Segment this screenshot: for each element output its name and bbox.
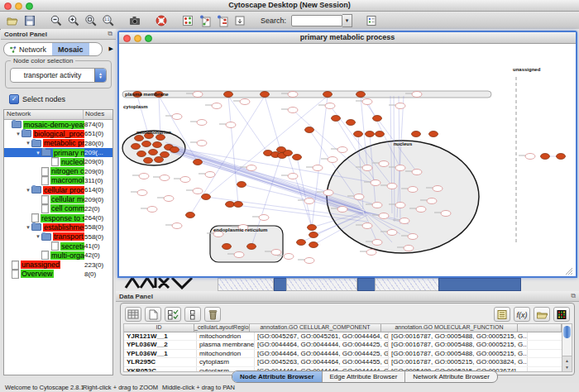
tree-row[interactable]: nitrogen compo209(0) [4,166,112,175]
scrollbar-arrows[interactable]: ▲▼ [562,356,572,371]
tree-row[interactable]: cell communicat22(0) [4,204,112,213]
file-icon [41,167,49,176]
node-color-dropdown-value: transporter activity [11,71,94,79]
heatmap-icon[interactable] [553,307,570,322]
unselect-attributes-icon[interactable] [184,307,201,322]
new-attribute-icon[interactable] [145,307,161,322]
node [170,147,179,153]
zoom-fit-icon[interactable]: 1:1 [101,13,116,27]
node-outline [416,207,426,213]
tab-mosaic[interactable]: Mosaic [52,43,89,55]
node-outline [337,147,347,153]
save-icon[interactable] [22,13,37,27]
search-input[interactable] [291,15,342,26]
table-row[interactable]: YLR295Ccytoplasm[GO:0045263, GO:0044464,… [124,358,562,366]
tree-row-count: 8(0) [84,270,112,278]
tree-row-count: 311(0) [84,177,112,184]
background-window-fragment [438,278,521,291]
create-view-icon[interactable] [198,13,213,27]
tree-row[interactable]: unassigned223(0) [4,260,112,269]
destroy-view-icon[interactable] [215,13,230,27]
float-panel-icon[interactable]: ⧉ [571,293,576,299]
delete-attribute-icon[interactable] [204,307,221,322]
table-row[interactable]: YJR121W__1mitochondrion[GO:0045267, GO:0… [124,332,562,341]
table-cell: YLR295C [124,358,197,366]
status-bar: Welcome to Cytoscape 2.8.1 Right-click +… [0,383,579,392]
tree-row[interactable]: nucleobase-209(0) [4,157,112,166]
node [373,116,382,122]
tree-row[interactable]: response to stimulu264(0) [4,213,112,222]
network-tab-icon [10,46,17,53]
tab-network-attribute-browser[interactable]: Network Attribute Browser [404,371,496,382]
table-row[interactable]: YPL036W__1mitochondrion[GO:0044464, GO:0… [124,350,562,358]
table-row[interactable]: YPL036W__2plasma membrane[GO:0044464, GO… [124,341,562,349]
node-outline [164,196,174,202]
table-mode-icon[interactable] [125,307,141,322]
tree-row[interactable]: ▼biological_process651(0) [4,129,112,138]
node [160,152,170,158]
folder-icon [41,149,51,156]
node [376,131,385,137]
import-attributes-icon[interactable] [534,307,550,322]
attribute-table[interactable]: ID_cellularLayoutRegionannotation.GO CEL… [123,323,562,372]
table-column-header[interactable]: annotation.GO MOLECULAR_FUNCTION [381,324,518,332]
snapshot-camera-icon[interactable] [127,13,142,27]
tree-row[interactable]: ▼establishment of lo558(0) [4,222,112,232]
table-column-header[interactable]: _cellularLayoutRegion [194,324,250,332]
table-column-header[interactable]: ID [124,324,194,332]
tree-row[interactable]: ▼transport558(0) [4,232,112,241]
tab-edge-attribute-browser[interactable]: Edge Attribute Browser [322,371,405,382]
background-window-fragment [375,278,439,291]
node-outline [366,250,376,256]
tree-row[interactable]: Overview8(0) [4,270,112,279]
node-color-dropdown[interactable]: transporter activity ▲▼ [10,68,107,83]
node-outline [240,99,250,105]
attribute-list-icon[interactable] [494,307,510,322]
scrollbar-thumb[interactable] [563,326,571,338]
layout-icon[interactable] [180,13,195,27]
node [297,240,306,246]
tree-col-network[interactable]: Network [4,110,84,119]
tab-network[interactable]: Network [4,43,52,55]
select-attributes-icon[interactable] [165,307,181,322]
network-canvas[interactable]: plasma membranecytoplasmmitochondrionend… [119,44,576,276]
tree-row[interactable]: multi-organism pro42(0) [4,251,112,260]
tab-overflow-arrow[interactable]: ▶ [107,45,116,52]
tree-row-count: 209(0) [84,168,112,175]
help-lifering-icon[interactable] [154,13,169,27]
node [135,136,144,141]
tree-row[interactable]: cellular metabol209(0) [4,194,112,203]
enhanced-search-icon[interactable] [364,13,379,27]
search-dropdown-icon[interactable]: ▼ [342,14,352,27]
tree-row-label: metabolic process [43,139,84,147]
tree-row[interactable]: macromolecule311(0) [4,176,112,185]
network-tree-header: Network Nodes [4,110,112,120]
zoom-selected-icon[interactable] [84,13,98,27]
zoom-out-icon[interactable] [49,13,64,27]
network-window-titlebar[interactable]: primary metabolic process [119,32,576,44]
function-builder-icon[interactable]: f(x) [514,307,530,322]
tree-row-label: transport [53,232,84,241]
table-scrollbar[interactable]: ▲▼ [562,323,572,372]
zoom-in-icon[interactable] [66,13,81,27]
node-outline [362,99,372,105]
annotation-icon[interactable] [232,13,247,27]
tree-row[interactable]: ▼metabolic process280(0) [4,139,112,148]
tree-col-nodes[interactable]: Nodes [84,110,112,119]
tree-row[interactable]: secretion41(0) [4,241,112,251]
node-outline [284,254,294,260]
node-outline [427,198,437,204]
table-column-header[interactable]: annotation.GO CELLULAR_COMPONENT [250,324,381,332]
edge [228,96,238,204]
tab-node-attribute-browser[interactable]: Node Attribute Browser [232,371,322,382]
select-nodes-checkbox[interactable]: ✓ [9,94,19,104]
open-folder-icon[interactable] [5,13,20,27]
tree-row-count: 209(... [84,149,112,156]
tree-row-label: cell communicat [50,204,84,213]
node-outline [395,165,405,171]
file-icon [41,251,49,260]
float-panel-icon[interactable]: ⧉ [108,31,112,37]
tree-row[interactable]: ▼cellular process614(0) [4,185,112,194]
tree-row[interactable]: ▼primary metabo209(... [4,148,112,157]
tree-row[interactable]: mosaic-demo-yeast874(0) [4,120,112,129]
